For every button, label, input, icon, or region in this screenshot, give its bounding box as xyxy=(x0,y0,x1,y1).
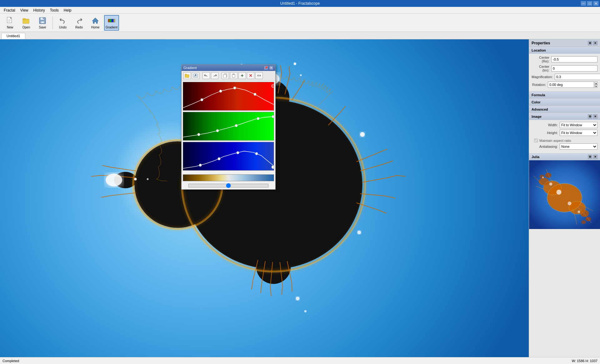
svg-rect-12 xyxy=(43,17,44,19)
svg-point-42 xyxy=(195,74,196,75)
image-close-button[interactable]: ✕ xyxy=(593,114,598,119)
menu-help[interactable]: Help xyxy=(61,7,74,13)
location-header[interactable]: Location xyxy=(529,47,600,54)
titlebar: Untitled1 - Fractalscope ─ □ ✕ xyxy=(0,0,600,7)
antialiasing-row: Antialiasing: None 2x 4x 8x xyxy=(532,143,598,150)
open-button[interactable]: Open xyxy=(19,15,34,31)
gradient-close-button[interactable]: ✕ xyxy=(269,66,273,70)
gradient-button[interactable]: Gradient xyxy=(104,15,119,31)
svg-rect-46 xyxy=(233,74,234,75)
close-button[interactable]: ✕ xyxy=(593,1,599,6)
gradient-redo-button[interactable] xyxy=(211,72,218,79)
center-re-input[interactable] xyxy=(551,56,598,62)
svg-point-51 xyxy=(233,87,236,89)
color-header[interactable]: Color xyxy=(529,99,600,106)
gradient-undo-button[interactable] xyxy=(202,72,210,79)
gradient-separator-1 xyxy=(200,72,202,79)
gradient-flip-button[interactable] xyxy=(255,72,263,79)
gradient-pin-button[interactable]: 📌 xyxy=(264,66,268,70)
redo-button[interactable]: Redo xyxy=(72,15,87,31)
home-icon xyxy=(91,16,100,25)
width-select[interactable]: Fit to Window xyxy=(560,122,598,128)
new-button[interactable]: New xyxy=(2,15,18,31)
julia-header-controls: ⚙ ✕ xyxy=(588,155,598,159)
gradient-label: Gradient xyxy=(106,26,118,29)
gradient-titlebar: Gradient 📌 ✕ xyxy=(182,65,275,71)
svg-point-49 xyxy=(201,98,203,101)
red-channel[interactable] xyxy=(183,82,274,111)
home-button[interactable]: Home xyxy=(88,15,103,31)
magnification-input[interactable] xyxy=(555,74,600,80)
save-button[interactable]: Save xyxy=(35,15,50,31)
location-content: Center (Re): Center (Im): Magnification:… xyxy=(529,54,600,91)
svg-point-38 xyxy=(304,310,307,312)
image-header-controls: ⚙ ✕ xyxy=(588,114,598,119)
svg-point-63 xyxy=(237,152,239,154)
gradient-add-button[interactable]: + xyxy=(238,72,246,79)
undo-button[interactable]: Undo xyxy=(55,15,70,31)
svg-point-59 xyxy=(272,115,274,118)
height-row: Height: Fit to Window xyxy=(532,130,598,136)
canvas-area[interactable]: Gradient 📌 ✕ xyxy=(0,39,529,357)
save-icon xyxy=(38,16,47,25)
svg-point-34 xyxy=(293,62,296,65)
advanced-section: Advanced xyxy=(529,106,600,113)
center-re-row: Center (Re): xyxy=(532,56,598,63)
gradient-delete-button[interactable]: ✕ xyxy=(247,72,254,79)
rotation-down[interactable]: ▼ xyxy=(595,85,598,88)
formula-section: Formula xyxy=(529,92,600,99)
svg-rect-54 xyxy=(183,112,274,140)
redo-icon xyxy=(75,16,83,25)
minimize-button[interactable]: ─ xyxy=(581,1,586,6)
color-label: Color xyxy=(532,100,541,104)
toolbar-separator-1 xyxy=(52,17,53,29)
green-channel[interactable] xyxy=(183,112,274,141)
julia-section: Julia ⚙ ✕ xyxy=(529,153,600,357)
gradient-edit-button[interactable] xyxy=(192,72,199,79)
color-section: Color xyxy=(529,99,600,106)
height-select[interactable]: Fit to Window xyxy=(560,130,598,136)
gradient-copy-button[interactable] xyxy=(222,72,229,79)
rotation-input[interactable] xyxy=(548,82,594,88)
properties-settings-button[interactable]: ⚙ xyxy=(588,41,592,45)
blue-channel[interactable] xyxy=(183,142,274,171)
maximize-button[interactable]: □ xyxy=(587,1,592,6)
tab-label: Untitled1 xyxy=(7,34,20,38)
menu-history[interactable]: History xyxy=(31,7,47,13)
svg-point-82 xyxy=(578,211,580,213)
image-header: Image ⚙ ✕ xyxy=(529,113,600,120)
location-section: Location Center (Re): Center (Im): Magni… xyxy=(529,47,600,92)
menu-tools[interactable]: Tools xyxy=(48,7,61,13)
rotation-label: Rotation: xyxy=(532,83,548,87)
svg-point-52 xyxy=(254,93,256,96)
svg-point-81 xyxy=(549,182,552,186)
properties-close-button[interactable]: ✕ xyxy=(593,41,598,45)
antialiasing-select[interactable]: None 2x 4x 8x xyxy=(560,143,598,150)
gradient-position-slider[interactable] xyxy=(188,184,269,187)
center-im-input[interactable] xyxy=(551,65,598,72)
svg-rect-40 xyxy=(185,74,187,75)
window-controls: ─ □ ✕ xyxy=(581,1,599,6)
julia-title: Julia xyxy=(532,155,539,159)
svg-point-58 xyxy=(257,117,259,120)
save-label: Save xyxy=(39,26,46,29)
image-settings-button[interactable]: ⚙ xyxy=(588,114,592,119)
menu-fractal[interactable]: Fractal xyxy=(1,7,18,13)
advanced-header[interactable]: Advanced xyxy=(529,106,600,113)
julia-settings-button[interactable]: ⚙ xyxy=(588,155,592,159)
formula-header[interactable]: Formula xyxy=(529,92,600,98)
svg-point-30 xyxy=(147,178,149,180)
tab-untitled1[interactable]: Untitled1 xyxy=(1,33,25,39)
svg-point-37 xyxy=(296,297,300,301)
rotation-up[interactable]: ▲ xyxy=(595,82,598,85)
menu-view[interactable]: View xyxy=(18,7,31,13)
right-panel: Properties ⚙ ✕ Location Center (Re): Cen… xyxy=(529,39,600,357)
julia-close-button[interactable]: ✕ xyxy=(593,155,598,159)
maintain-aspect-checkbox[interactable] xyxy=(534,138,538,142)
gradient-open-button[interactable] xyxy=(183,72,191,79)
svg-point-32 xyxy=(360,132,365,137)
gradient-title: Gradient xyxy=(183,66,197,70)
gradient-paste-button[interactable] xyxy=(230,72,238,79)
advanced-label: Advanced xyxy=(532,107,548,111)
maintain-aspect-row: Maintain aspect ratio xyxy=(532,137,598,143)
